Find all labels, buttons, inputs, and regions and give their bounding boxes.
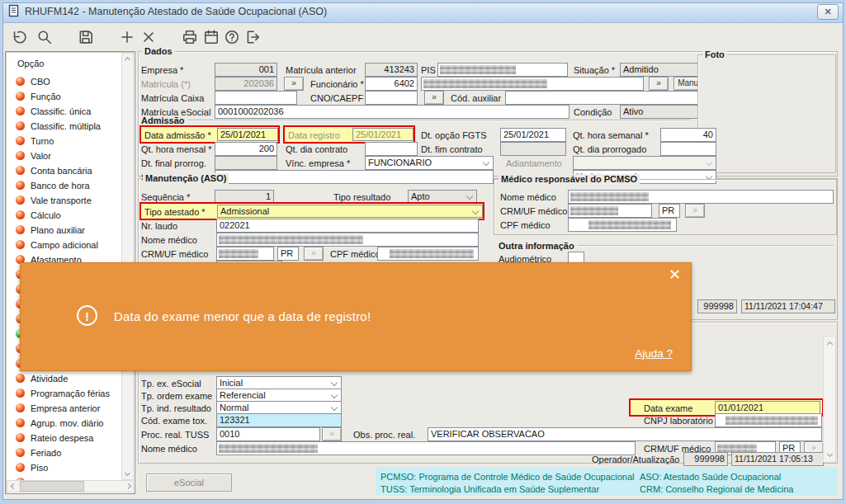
- sidebar-item-turno[interactable]: Turno: [11, 134, 120, 148]
- cod-auxiliar-field[interactable]: [505, 91, 716, 105]
- exame-scroll-down-icon[interactable]: [827, 451, 833, 457]
- matricula-lookup-button[interactable]: »: [284, 77, 304, 91]
- pcmso-crm-lookup-button[interactable]: »: [685, 204, 705, 218]
- exit-icon[interactable]: [244, 29, 261, 45]
- pcmso-uf-field[interactable]: PR: [659, 204, 680, 218]
- empresa-label: Empresa *: [141, 65, 183, 76]
- aso-uf-field[interactable]: PR: [277, 247, 299, 261]
- sidebar-item-classific-m-ltipla[interactable]: Classific. múltipla: [11, 119, 120, 134]
- dt-opcao-fgts-field[interactable]: 25/01/2021: [500, 128, 566, 142]
- tipo-atestado-select[interactable]: Admissional: [217, 205, 483, 218]
- exame-vscrollbar[interactable]: [823, 336, 836, 463]
- dialog-close-icon[interactable]: ✕: [669, 266, 681, 284]
- data-admissao-label: Data admissão *: [144, 130, 211, 141]
- sidebar-item-atividade[interactable]: Atividade: [11, 371, 120, 386]
- qt-dia-prorrogado-field[interactable]: [660, 142, 716, 156]
- window-close-button[interactable]: ✕: [817, 4, 839, 20]
- sidebar-header: Opção: [17, 59, 44, 68]
- salario-variado-field[interactable]: [215, 170, 494, 184]
- sidebar-item-vale-transporte[interactable]: Vale transporte: [11, 193, 120, 208]
- pcmso-nome-label: Nome médico: [500, 192, 556, 203]
- sidebar-item-plano-auxiliar[interactable]: Plano auxiliar: [11, 223, 120, 238]
- empresa-field[interactable]: 001: [215, 63, 277, 77]
- sidebar-hscrollbar[interactable]: [7, 480, 134, 492]
- add-icon[interactable]: [119, 29, 135, 45]
- matricula-esocial-field[interactable]: 0001000202036: [215, 105, 570, 119]
- aso-cpf-field[interactable]: [377, 247, 479, 261]
- save-icon[interactable]: [78, 29, 94, 45]
- delete-icon[interactable]: [140, 29, 157, 45]
- aso-crm-field[interactable]: [216, 247, 274, 261]
- data-admissao-field[interactable]: 25/01/2021: [217, 128, 278, 141]
- sidebar-item-agrup-mov-di-rio[interactable]: Agrup. mov. diário: [11, 416, 120, 431]
- sidebar-item-label: Atividade: [31, 374, 68, 384]
- undo-icon[interactable]: [10, 29, 26, 45]
- pcmso-nome-redacted: [570, 192, 649, 201]
- sidebar-item-banco-de-hora[interactable]: Banco de hora: [11, 178, 120, 193]
- sidebar-item-classific-nica[interactable]: Classific. única: [11, 104, 120, 119]
- sidebar-item-feriado[interactable]: Feriado: [11, 445, 120, 460]
- scroll-left-icon[interactable]: [11, 483, 17, 489]
- proc-tuss-lookup-button[interactable]: »: [322, 427, 342, 441]
- sidebar-item-campo-adicional[interactable]: Campo adicional: [11, 238, 120, 252]
- dialog-help-link[interactable]: Ajuda ?: [635, 347, 673, 360]
- qt-hora-mensal-field[interactable]: 200: [215, 142, 277, 156]
- sidebar-item-fun-o[interactable]: Função: [11, 89, 120, 104]
- data-registro-field[interactable]: 25/01/2021: [352, 128, 414, 141]
- cno-caepf-field[interactable]: [365, 91, 418, 105]
- exame-scroll-up-icon[interactable]: [827, 341, 833, 347]
- cod-auxiliar-lookup-button[interactable]: »: [424, 91, 444, 105]
- calendar-icon[interactable]: [203, 29, 220, 45]
- sidebar-item-conta-banc-ria[interactable]: Conta bancária: [11, 163, 120, 178]
- adiantamento-select[interactable]: [573, 156, 716, 170]
- qt-hora-semanal-field[interactable]: 40: [660, 128, 716, 142]
- exame-nome-medico-field[interactable]: [216, 441, 636, 455]
- esocial-button[interactable]: eSocial: [146, 473, 232, 492]
- pcmso-cpf-field[interactable]: [568, 218, 677, 232]
- search-icon[interactable]: [36, 29, 53, 45]
- matricula-anterior-field[interactable]: 413243: [365, 63, 418, 77]
- matricula-field[interactable]: 202036: [215, 77, 277, 91]
- sidebar-item-rateio-despesa[interactable]: Rateio despesa: [11, 431, 120, 445]
- scroll-down-icon[interactable]: [125, 470, 130, 476]
- obs-proc-real-field[interactable]: VERIFICAR OBSERVACAO: [428, 427, 822, 441]
- proc-real-tuss-label: Proc. real. TUSS: [141, 430, 209, 440]
- aso-crm-lookup-button[interactable]: »: [304, 247, 324, 261]
- cno-caepf-label: CNO/CAEPF: [310, 93, 363, 104]
- sidebar-item-c-lculo[interactable]: Cálculo: [11, 208, 120, 223]
- sidebar-item-programa-o-f-rias[interactable]: Programação férias: [11, 386, 120, 401]
- hscroll-thumb[interactable]: [20, 481, 84, 492]
- matricula-anterior-label: Matrícula anterior: [286, 65, 357, 76]
- aso-nome-medico-field[interactable]: [216, 233, 479, 247]
- funcionario-lookup-button[interactable]: »: [649, 77, 669, 91]
- pis-field[interactable]: [437, 63, 568, 77]
- dt-fim-contrato-field[interactable]: [500, 142, 566, 156]
- pcmso-nome-field[interactable]: [568, 190, 834, 204]
- cod-exame-tox-field[interactable]: 123321: [216, 413, 342, 427]
- sidebar-item-empresa-anterior[interactable]: Empresa anterior: [11, 401, 120, 416]
- sidebar-item-piso[interactable]: Piso: [11, 460, 120, 475]
- help-icon[interactable]: [224, 29, 240, 45]
- matricula-caixa-field[interactable]: [215, 91, 297, 105]
- sidebar-item-label: Campo adicional: [31, 240, 98, 250]
- vinc-empresa-label: Vínc. empresa *: [286, 158, 350, 169]
- scroll-up-icon[interactable]: [125, 57, 130, 63]
- vinc-empresa-select[interactable]: FUNCIONARIO: [365, 156, 494, 170]
- pcmso-crm-field[interactable]: [568, 204, 652, 218]
- dialog-message: Data do exame menor que a data de regist…: [114, 309, 371, 323]
- bullet-icon: [16, 433, 25, 442]
- scroll-right-icon[interactable]: [125, 483, 131, 489]
- nr-laudo-field[interactable]: 022021: [216, 219, 479, 233]
- funcionario-field[interactable]: 6402: [365, 77, 418, 91]
- sidebar-item-cbo[interactable]: CBO: [11, 74, 120, 89]
- print-icon[interactable]: [182, 29, 198, 45]
- proc-real-tuss-field[interactable]: 0010: [216, 427, 320, 441]
- qt-dia-contrato-field[interactable]: [365, 142, 418, 156]
- funcionario-nome-field[interactable]: [421, 77, 644, 91]
- cnpj-laboratorio-label: CNPJ laboratório: [644, 416, 713, 426]
- cnpj-laboratorio-field[interactable]: [715, 413, 822, 427]
- sidebar-item-valor[interactable]: Valor: [11, 148, 120, 163]
- operador-label: Operador/Atualização: [592, 455, 679, 465]
- dt-final-prorrog-field[interactable]: [215, 156, 277, 170]
- data-exame-field[interactable]: 01/01/2021: [715, 401, 820, 414]
